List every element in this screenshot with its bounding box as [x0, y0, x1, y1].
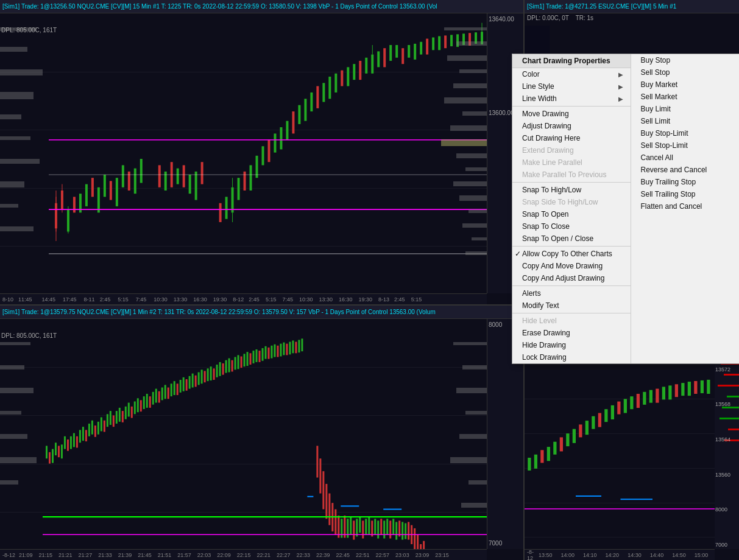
svg-rect-186 [380, 519, 382, 534]
ctx-item-sell-limit[interactable]: Sell Limit [631, 115, 740, 127]
top-left-chart: [Sim1] Trade: 1@13256.50 NQU2.CME [CV][M… [0, 0, 524, 304]
time-label: 15:00 [695, 552, 709, 558]
svg-rect-83 [55, 443, 57, 455]
svg-rect-91 [79, 430, 81, 443]
svg-rect-89 [73, 433, 75, 447]
svg-rect-100 [107, 414, 108, 427]
ctx-item-color[interactable]: Color ▶ [512, 68, 631, 80]
svg-rect-234 [662, 387, 665, 399]
svg-rect-235 [668, 385, 671, 399]
time-label: 7:45 [136, 296, 147, 303]
ctx-item-allow-copy[interactable]: Allow Copy To Other Charts [512, 248, 631, 260]
svg-rect-213 [528, 458, 531, 471]
ctx-item-lock-drawing[interactable]: Lock Drawing [512, 351, 631, 363]
time-label: 22:51 [356, 552, 370, 558]
ctx-item-reverse-and-cancel[interactable]: Reverse and Cancel [631, 164, 740, 176]
arrow-icon: ▶ [618, 71, 623, 78]
svg-rect-54 [389, 45, 392, 61]
svg-rect-38 [292, 111, 294, 133]
svg-rect-131 [201, 369, 203, 383]
ctx-item-line-style[interactable]: Line Style ▶ [512, 80, 631, 93]
svg-rect-215 [540, 450, 543, 463]
svg-rect-23 [189, 175, 191, 194]
svg-rect-37 [286, 121, 288, 140]
time-label: 13:30 [319, 296, 333, 303]
svg-rect-124 [180, 380, 182, 393]
ctx-item-buy-stop-limit[interactable]: Buy Stop-Limit [631, 127, 740, 139]
svg-rect-191 [395, 522, 397, 539]
svg-rect-167 [322, 471, 324, 509]
ctx-item-copy-and-move[interactable]: Copy And Move Drawing [512, 260, 631, 272]
svg-rect-125 [183, 377, 185, 391]
ctx-item-sell-stop-limit[interactable]: Sell Stop-Limit [631, 139, 740, 152]
ctx-item-alerts[interactable]: Alerts [512, 287, 631, 299]
svg-rect-48 [353, 64, 355, 80]
time-label: 22:09 [217, 552, 231, 558]
ctx-item-move-drawing[interactable]: Move Drawing [512, 108, 631, 120]
svg-rect-49 [359, 61, 361, 80]
vol-profile-bottom-right-side [444, 319, 487, 549]
svg-rect-28 [232, 187, 234, 213]
svg-rect-99 [104, 421, 105, 432]
ctx-item-sell-market[interactable]: Sell Market [631, 91, 740, 103]
svg-rect-153 [267, 348, 269, 359]
svg-rect-137 [219, 362, 221, 376]
svg-rect-162 [295, 342, 297, 354]
ctx-item-buy-market[interactable]: Buy Market [631, 79, 740, 91]
ctx-item-modify-text[interactable]: Modify Text [512, 299, 631, 312]
ctx-item-buy-limit[interactable]: Buy Limit [631, 103, 740, 115]
svg-rect-16 [134, 169, 136, 194]
svg-rect-80 [46, 446, 48, 458]
top-left-header-sim: [Sim1] Trade: 1@13256.50 NQU2.CME [CV][M… [2, 3, 437, 10]
time-label: 17:45 [63, 296, 77, 303]
ctx-item-erase-drawing[interactable]: Erase Drawing [512, 327, 631, 339]
svg-rect-161 [292, 340, 294, 353]
svg-rect-221 [579, 424, 582, 437]
svg-rect-184 [374, 519, 376, 534]
ctx-item-line-width[interactable]: Line Width ▶ [512, 93, 631, 105]
svg-rect-90 [76, 436, 78, 448]
bottom-left-header-sim: [Sim1] Trade: 1@13579.75 NQU2.CME [CV][M… [2, 309, 436, 315]
ctx-item-snap-to-high-low[interactable]: Snap To High/Low [512, 184, 631, 196]
ctx-item-snap-to-open-close[interactable]: Snap To Open / Close [512, 233, 631, 245]
svg-rect-81 [49, 452, 51, 464]
ctx-item-cancel-all[interactable]: Cancel All [631, 152, 740, 164]
time-label: 22:15 [237, 552, 251, 558]
svg-rect-86 [64, 436, 66, 449]
ctx-item-adjust-drawing[interactable]: Adjust Drawing [512, 120, 631, 132]
time-label: 8-11 [84, 296, 95, 303]
time-label: 16:30 [193, 296, 207, 303]
svg-rect-129 [195, 376, 197, 387]
ctx-header-chart-drawing: Chart Drawing Properties [512, 54, 631, 68]
svg-rect-9 [91, 178, 94, 197]
svg-rect-138 [222, 363, 224, 375]
ctx-item-flatten-and-cancel[interactable]: Flatten and Cancel [631, 200, 740, 212]
time-label: 14:45 [42, 296, 56, 303]
time-label: 8-12 [233, 296, 244, 303]
time-label: 22:27 [277, 552, 291, 558]
time-label: 22:39 [316, 552, 330, 558]
ctx-item-buy-stop[interactable]: Buy Stop [631, 54, 740, 66]
ctx-item-hide-drawing[interactable]: Hide Drawing [512, 339, 631, 351]
ctx-item-copy-and-adjust[interactable]: Copy And Adjust Drawing [512, 272, 631, 284]
svg-rect-151 [262, 348, 264, 361]
ctx-item-snap-to-open[interactable]: Snap To Open [512, 208, 631, 220]
svg-rect-218 [560, 437, 563, 451]
svg-rect-108 [131, 407, 133, 418]
ctx-item-sell-stop[interactable]: Sell Stop [631, 66, 740, 79]
time-label: 22:57 [376, 552, 390, 558]
arrow-icon: ▶ [618, 96, 623, 102]
ctx-item-sell-trailing-stop[interactable]: Sell Trailing Stop [631, 188, 740, 200]
svg-rect-26 [219, 203, 222, 222]
svg-rect-141 [232, 360, 233, 372]
svg-rect-96 [94, 425, 96, 437]
ctx-item-snap-to-close[interactable]: Snap To Close [512, 220, 631, 233]
ctx-item-cut-drawing-here[interactable]: Cut Drawing Here [512, 132, 631, 144]
time-label: 14:40 [650, 552, 664, 558]
context-menu-left-column: Chart Drawing Properties Color ▶ Line St… [512, 54, 631, 363]
svg-rect-107 [128, 403, 130, 417]
time-label: 13:30 [174, 296, 188, 303]
ctx-separator-3 [512, 246, 631, 247]
svg-rect-166 [319, 458, 321, 493]
ctx-item-buy-trailing-stop[interactable]: Buy Trailing Stop [631, 176, 740, 188]
